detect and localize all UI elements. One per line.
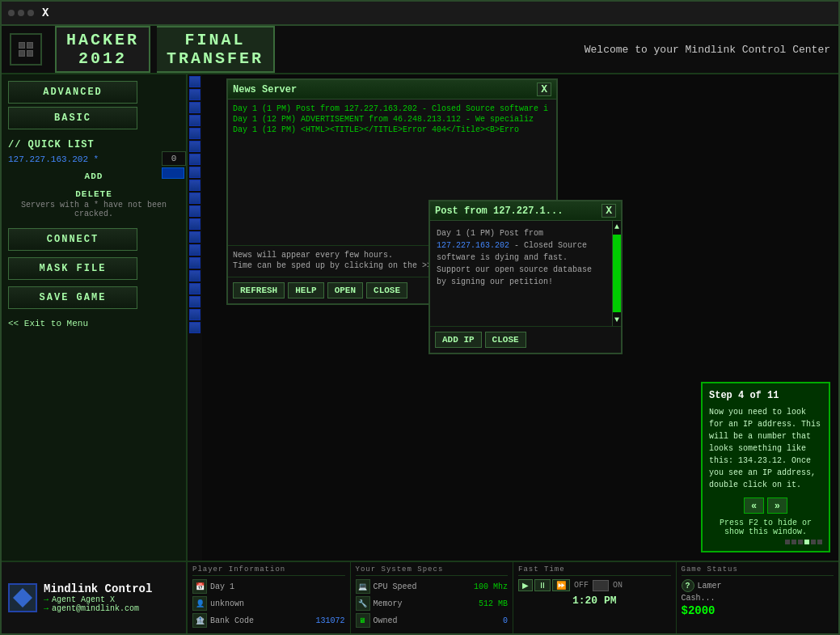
fast-time-pause-button[interactable]: ⏸ (534, 579, 551, 591)
fast-time-section: Fast Time ▶ ⏸ ⏩ OFF ON 1:20 PM (513, 562, 677, 633)
fast-time-off-label: OFF (574, 581, 589, 590)
news-close-button[interactable]: CLOSE (366, 282, 407, 298)
arrow-icon-1: → (44, 595, 49, 604)
tutorial-text: Now you need to look for an IP address. … (709, 406, 822, 491)
scroll-seg-20 (189, 322, 201, 333)
sidebar-actions: CONNECT MASK FILE SAVE GAME (8, 228, 179, 312)
news-dialog-close-x[interactable]: X (537, 83, 551, 96)
news-item-2[interactable]: Day 1 (12 PM) <HTML><TITLE></TITLE>Error… (233, 125, 551, 134)
user-icon: 👤 (192, 596, 207, 611)
dot2 (18, 10, 24, 16)
scroll-seg-15 (189, 257, 201, 269)
bottom-bar: Mindlink Control → Agent Agent X → agent… (2, 561, 838, 633)
scroll-seg-19 (189, 309, 201, 320)
news-dialog-titlebar: News Server X (228, 80, 556, 99)
memory-value: 512 MB (479, 599, 508, 608)
tut-dot-6 (817, 540, 822, 544)
post-text-before: Day 1 (1 PM) Post from (437, 229, 543, 238)
owned-value: 0 (503, 616, 508, 625)
memory-icon: 🔧 (356, 596, 370, 611)
post-scroll-up[interactable]: ▲ (613, 221, 621, 233)
mindlink-icon (8, 583, 37, 612)
memory-row: 🔧 Memory 512 MB (356, 596, 509, 611)
post-text-link[interactable]: 127.227.163.202 (437, 241, 509, 250)
mindlink-info: Mindlink Control → Agent Agent X → agent… (44, 582, 152, 613)
game-status-section: Game Status ? Lamer Cash... $2000 (677, 562, 839, 633)
bottom-sections: Player Information 📅 Day 1 👤 unknown 🏦 B… (188, 562, 838, 633)
post-dialog-title: Post from 127.227.1... (435, 205, 563, 217)
scroll-seg-6 (189, 141, 201, 152)
scroll-seg-12 (189, 218, 201, 230)
scroll-seg-17 (189, 283, 201, 294)
scroll-seg-10 (189, 193, 201, 204)
sidebar-scrollbar[interactable] (188, 74, 202, 561)
fast-time-play-button[interactable]: ▶ (518, 579, 533, 591)
fast-time-toggle-icon[interactable] (593, 580, 609, 591)
tab-active[interactable] (162, 167, 184, 179)
scroll-seg-2 (189, 89, 201, 100)
news-help-button[interactable]: HELP (288, 282, 323, 298)
scroll-seg-1 (189, 76, 201, 87)
cpu-row: 💻 CPU Speed 100 Mhz (356, 579, 509, 594)
owned-label: Owned (374, 616, 500, 625)
advanced-button[interactable]: ADVANCED (8, 81, 137, 104)
post-add-ip-button[interactable]: ADD IP (435, 332, 482, 348)
tut-dot-3 (798, 540, 803, 544)
save-game-button[interactable]: SAVE GAME (8, 286, 137, 309)
top-bar: X (2, 2, 838, 26)
tutorial-prev-button[interactable]: « (744, 497, 764, 514)
connect-button[interactable]: CONNECT (8, 228, 137, 251)
owned-icon: 🖥 (356, 613, 370, 628)
tutorial-next-button[interactable]: » (767, 497, 787, 514)
mindlink-email: → agent@mindlink.com (44, 604, 152, 613)
mindlink-icon-inner (13, 588, 32, 607)
exit-menu-link[interactable]: << Exit to Menu (8, 319, 179, 328)
tutorial-title: Step 4 of 11 (709, 390, 822, 401)
player-status-label: unknown (210, 599, 345, 608)
bank-value: 131072 (315, 616, 344, 625)
email-label: agent@mindlink.com (52, 604, 139, 613)
mask-file-button[interactable]: MASK FILE (8, 257, 137, 280)
game-status-cash-label: Cash... (682, 594, 834, 603)
help-icon[interactable]: ? (682, 579, 694, 592)
tut-dot-4 (804, 540, 809, 544)
add-label: ADD (8, 171, 179, 181)
logo-year-text: 2012 (78, 49, 127, 68)
game-status-cash-row: Cash... (682, 594, 834, 603)
player-status-row: 👤 unknown (192, 596, 345, 611)
scroll-seg-9 (189, 180, 201, 191)
tutorial-nav: « » (709, 497, 822, 514)
quick-list-item-0[interactable]: 127.227.163.202 * (8, 154, 179, 165)
basic-button[interactable]: BASIC (8, 107, 137, 129)
news-refresh-button[interactable]: REFRESH (233, 282, 285, 298)
news-open-button[interactable]: OPEN (327, 282, 363, 298)
cpu-value: 100 Mhz (474, 582, 508, 591)
game-status-name: Lamer (698, 582, 834, 591)
news-item-1[interactable]: Day 1 (12 PM) ADVERTISEMENT from 46.248.… (233, 115, 551, 124)
scroll-seg-8 (189, 167, 201, 178)
bank-label: Bank Code (210, 616, 312, 625)
agent-label: Agent Agent X (52, 595, 115, 604)
sidebar: ADVANCED BASIC 0 // QUICK LIST 127.227.1… (2, 74, 188, 561)
fast-time-ff-button[interactable]: ⏩ (552, 579, 570, 591)
tut-dot-2 (791, 540, 796, 544)
bank-icon: 🏦 (192, 613, 207, 628)
window-close-button[interactable]: X (42, 6, 49, 19)
post-scrollbar[interactable]: ▲ ▼ (612, 221, 621, 326)
news-item-0[interactable]: Day 1 (1 PM) Post from 127.227.163.202 -… (233, 104, 551, 113)
mindlink-title: Mindlink Control (44, 582, 152, 595)
post-close-button[interactable]: CLOSE (485, 332, 526, 348)
post-dialog-titlebar: Post from 127.227.1... X (430, 201, 621, 221)
post-text: Day 1 (1 PM) Post from 127.227.163.202 -… (437, 227, 606, 288)
player-day-row: 📅 Day 1 (192, 579, 345, 594)
player-day-label: Day 1 (210, 582, 345, 591)
servers-note: Servers with a * have not been cracked. (8, 201, 179, 218)
post-dialog-close-x[interactable]: X (602, 204, 616, 218)
main-content: ADVANCED BASIC 0 // QUICK LIST 127.227.1… (2, 74, 838, 561)
dot3 (27, 10, 34, 16)
post-scroll-down[interactable]: ▼ (613, 314, 621, 326)
cpu-label: CPU Speed (374, 582, 471, 591)
scroll-seg-3 (189, 102, 201, 113)
scroll-seg-4 (189, 115, 201, 126)
main-area: News Server X Day 1 (1 PM) Post from 127… (202, 74, 838, 561)
